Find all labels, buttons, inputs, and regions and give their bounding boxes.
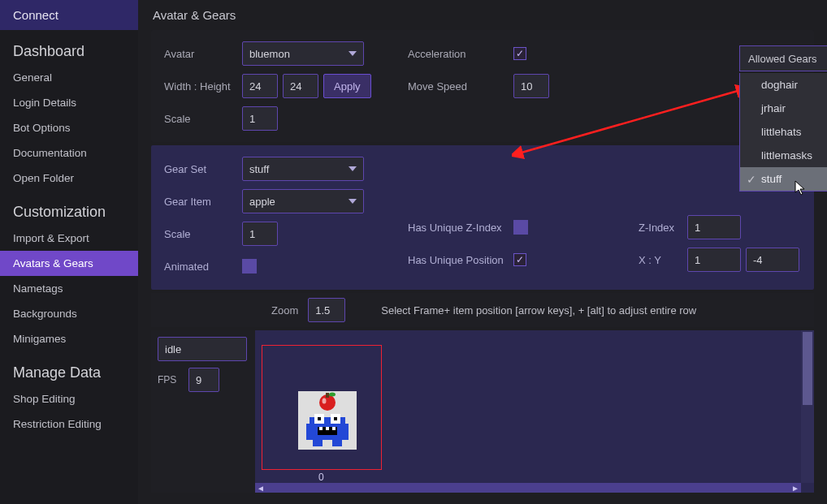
dropdown-option[interactable]: stuff <box>740 167 827 191</box>
svg-rect-4 <box>332 440 342 446</box>
brand: Connect <box>0 0 138 30</box>
zoom-hint: Select Frame+ item position [arrow keys]… <box>381 304 696 317</box>
allowed-gears-select[interactable]: Allowed Gears <box>739 45 827 71</box>
hz-checkbox[interactable] <box>513 220 528 235</box>
chevron-down-icon <box>349 199 357 204</box>
svg-rect-10 <box>319 427 323 430</box>
x-input[interactable] <box>687 248 741 272</box>
avatar-select-value: bluemon <box>249 48 290 60</box>
frames-area: idle FPS <box>151 330 814 493</box>
dropdown-option[interactable]: littlehats <box>740 120 827 144</box>
hp-checkbox[interactable] <box>513 253 526 266</box>
svg-rect-11 <box>326 427 329 430</box>
frame-slot[interactable] <box>262 345 382 470</box>
svg-rect-8 <box>334 417 337 420</box>
y-input[interactable] <box>746 248 799 272</box>
dropdown-option[interactable]: doghair <box>740 73 827 97</box>
zoom-row: Zoom Select Frame+ item position [arrow … <box>151 293 814 327</box>
gear-scale-label: Scale <box>164 228 242 240</box>
zoom-input[interactable] <box>308 298 345 322</box>
frames-view: 0 ◄ ► <box>255 330 814 493</box>
gearitem-value: apple <box>249 196 275 208</box>
sidebar-item[interactable]: Documentation <box>0 140 138 166</box>
sidebar-item[interactable]: Shop Editing <box>0 386 138 411</box>
sidebar-group-title: Manage Data <box>0 351 138 386</box>
zindex-input[interactable] <box>687 215 741 239</box>
sidebar-item[interactable]: Avatars & Gears <box>0 251 138 276</box>
scroll-right-icon[interactable]: ► <box>790 483 801 493</box>
accel-checkbox[interactable] <box>513 47 526 60</box>
chevron-down-icon <box>349 166 357 171</box>
sidebar-item[interactable]: Import & Export <box>0 226 138 251</box>
sidebar-item[interactable]: Restriction Editing <box>0 411 138 437</box>
svg-point-15 <box>329 393 336 397</box>
sidebar-item[interactable]: General <box>0 65 138 90</box>
hp-label: Has Unique Position <box>408 254 513 266</box>
movespeed-label: Move Speed <box>408 80 513 93</box>
dropdown-option[interactable]: littlemasks <box>740 144 827 167</box>
sidebar-item[interactable]: Backgrounds <box>0 301 138 326</box>
animated-label: Animated <box>164 261 242 273</box>
scale-label: Scale <box>164 113 242 125</box>
width-input[interactable] <box>242 74 278 98</box>
sidebar-item[interactable]: Minigames <box>0 326 138 351</box>
cursor-icon <box>795 180 806 196</box>
svg-rect-3 <box>313 440 323 446</box>
scale-input[interactable] <box>242 106 278 131</box>
svg-rect-12 <box>332 427 336 430</box>
svg-rect-14 <box>326 393 329 398</box>
movespeed-input[interactable] <box>513 74 549 98</box>
zoom-label: Zoom <box>271 304 298 317</box>
main: Avatar & Gears Avatar bluemon Width : He… <box>138 0 827 504</box>
scroll-left-icon[interactable]: ◄ <box>255 483 266 493</box>
gear-block: Gear Set stuff Gear Item apple <box>151 145 814 290</box>
sidebar-item[interactable]: Nametags <box>0 276 138 301</box>
sidebar-item[interactable]: Open Folder <box>0 166 138 191</box>
gearset-label: Gear Set <box>164 163 242 175</box>
avatar-block: Avatar bluemon Width : Height Apply <box>151 30 814 142</box>
zindex-label: Z-Index <box>639 222 687 234</box>
svg-point-16 <box>323 398 327 404</box>
sidebar-group-title: Customization <box>0 191 138 226</box>
sidebar-group-title: Dashboard <box>0 30 138 65</box>
svg-rect-7 <box>318 417 321 420</box>
wh-label: Width : Height <box>164 80 242 93</box>
gearset-value: stuff <box>249 163 269 175</box>
avatar-select[interactable]: bluemon <box>242 41 364 66</box>
vertical-scrollbar[interactable] <box>801 330 814 483</box>
chevron-down-icon <box>349 51 357 56</box>
allowed-gears-dropdown: Allowed Gears doghairjrhairlittlehatslit… <box>739 73 827 192</box>
page-title: Avatar & Gears <box>138 0 827 27</box>
frame-index: 0 <box>318 472 324 483</box>
accel-label: Acceleration <box>408 48 513 60</box>
sprite-preview <box>298 391 357 450</box>
animation-value: idle <box>165 343 181 355</box>
dropdown-option[interactable]: jrhair <box>740 97 827 120</box>
height-input[interactable] <box>283 74 318 98</box>
gearitem-select[interactable]: apple <box>242 189 364 213</box>
gearitem-label: Gear Item <box>164 196 242 208</box>
animated-checkbox[interactable] <box>242 259 257 274</box>
sidebar-item[interactable]: Login Details <box>0 90 138 115</box>
sidebar-item[interactable]: Bot Options <box>0 115 138 140</box>
sidebar: Connect DashboardGeneralLogin DetailsBot… <box>0 0 138 504</box>
gearset-select[interactable]: stuff <box>242 157 364 181</box>
avatar-label: Avatar <box>164 48 242 60</box>
gear-scale-input[interactable] <box>242 222 278 246</box>
svg-rect-2 <box>342 424 349 440</box>
xy-label: X : Y <box>639 254 687 266</box>
animation-select[interactable]: idle <box>158 337 247 361</box>
horizontal-scrollbar[interactable]: ◄ ► <box>255 483 801 493</box>
fps-input[interactable] <box>188 368 219 392</box>
svg-rect-1 <box>306 424 313 440</box>
allowed-gears-head: Allowed Gears <box>748 53 817 65</box>
hz-label: Has Unique Z-Index <box>408 222 513 234</box>
fps-label: FPS <box>158 374 182 386</box>
apply-button[interactable]: Apply <box>323 74 371 98</box>
